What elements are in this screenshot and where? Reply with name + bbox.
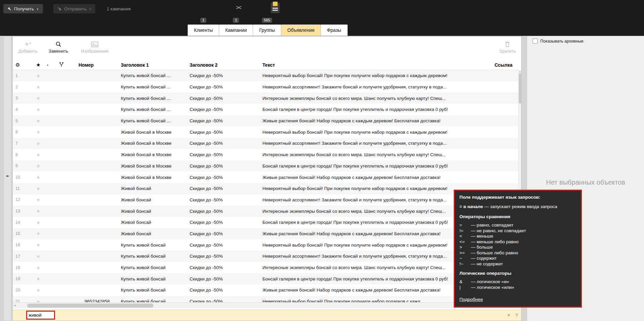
- close-icon[interactable]: ×: [507, 312, 510, 318]
- show-archived-checkbox-row[interactable]: Показывать архивные: [533, 39, 584, 44]
- cell-title2: Скидки до -50%: [190, 231, 262, 236]
- table-row[interactable]: 9★Живой бонсай в МосквеСкидки до -50%Бон…: [13, 160, 519, 172]
- tab-count-badge: 1: [200, 18, 206, 23]
- column-header-number[interactable]: Номер: [73, 62, 121, 68]
- collapse-columns-icon[interactable]: ><: [236, 4, 241, 11]
- delete-button[interactable]: Удалить: [499, 41, 516, 54]
- star-icon[interactable]: ★: [32, 95, 44, 101]
- menu-arrow-icon: ▾: [30, 42, 31, 45]
- table-row[interactable]: 19★Купить живой бонсайСкидки до -50%Бонс…: [13, 273, 519, 284]
- star-icon[interactable]: ★: [32, 242, 44, 248]
- star-icon[interactable]: ★: [32, 73, 44, 78]
- table-row[interactable]: 15★Живой бонсайСкидки до -50%Живые расте…: [13, 228, 519, 240]
- horizontal-scrollbar[interactable]: ◂ ▸: [13, 302, 519, 308]
- star-column-header-icon[interactable]: ★: [32, 62, 44, 67]
- star-icon[interactable]: ★: [32, 220, 44, 225]
- star-icon[interactable]: ★: [32, 141, 44, 146]
- star-icon[interactable]: ★: [32, 287, 44, 293]
- help-icon[interactable]: ?: [515, 313, 518, 318]
- checkbox-icon[interactable]: [533, 39, 538, 44]
- star-icon[interactable]: ★: [32, 107, 44, 112]
- cell-title1: Живой бонсай: [121, 186, 190, 191]
- cell-title1: Купить живой бонсай: [121, 265, 190, 270]
- star-icon[interactable]: ★: [32, 129, 44, 135]
- table-row[interactable]: 2★Купить живой бонсай ...Скидки до -50%Н…: [13, 81, 519, 93]
- row-index: 9: [13, 164, 32, 168]
- send-button[interactable]: Отправить ∨: [53, 4, 95, 13]
- horizontal-scrollbar-thumb[interactable]: [27, 304, 153, 308]
- star-icon[interactable]: ★: [32, 231, 44, 236]
- scroll-left-icon[interactable]: ◂: [14, 304, 16, 307]
- get-button[interactable]: Получить ∨: [3, 4, 43, 13]
- panel-splitter-icon[interactable]: ◂▸: [4, 174, 11, 178]
- annotation-box: [26, 311, 55, 320]
- star-icon[interactable]: ★: [32, 84, 44, 90]
- tab-ads[interactable]: Объявления: [281, 24, 321, 36]
- tab-label: Клиенты: [194, 27, 213, 33]
- table-row[interactable]: 6★Живой бонсай в МосквеСкидки до -50%Нев…: [13, 126, 519, 138]
- images-button[interactable]: Изображения: [81, 41, 108, 54]
- table-header: ⚙ ★ ▲ Номер Заголовок 1 Заголовок 2 Текс…: [13, 60, 519, 70]
- star-icon[interactable]: ★: [32, 175, 44, 180]
- column-header-title2[interactable]: Заголовок 2: [190, 62, 262, 68]
- star-icon[interactable]: ★: [32, 276, 44, 281]
- fork-icon[interactable]: [56, 62, 73, 68]
- operator-description: — меньше: [471, 234, 493, 239]
- search-input[interactable]: [27, 312, 54, 319]
- table-row[interactable]: 17★Купить живой бонсайСкидки до -50%Неве…: [13, 251, 519, 262]
- column-settings-gear-icon[interactable]: ⚙: [13, 62, 32, 68]
- table-row[interactable]: 21★9652342858Купить живой бонсайСкидки д…: [13, 296, 519, 302]
- star-icon[interactable]: ★: [32, 186, 44, 191]
- cell-title2: Скидки до -50%: [190, 186, 262, 191]
- star-icon[interactable]: ★: [32, 197, 44, 202]
- column-header-link[interactable]: Ссылка: [489, 62, 519, 68]
- star-icon[interactable]: ★: [32, 208, 44, 214]
- tab-phrases[interactable]: Фразы: [320, 24, 348, 36]
- operator-description: — меньше либо равно: [471, 239, 518, 245]
- star-icon[interactable]: ★: [32, 118, 44, 124]
- row-index: 6: [13, 130, 32, 134]
- operator-row: <=— меньше либо равно: [459, 239, 576, 245]
- operator-description: — не содержит: [471, 261, 503, 267]
- left-collapsed-panel: ◂▸: [3, 36, 11, 321]
- star-icon[interactable]: ★: [32, 299, 44, 302]
- star-icon[interactable]: ★: [32, 152, 44, 157]
- table-row[interactable]: 13★Живой бонсайСкидки до -50%Интересные …: [13, 205, 519, 217]
- vertical-scrollbar-thumb[interactable]: [519, 73, 521, 104]
- star-icon[interactable]: ★: [32, 163, 44, 169]
- tab-clients[interactable]: 1Клиенты: [188, 24, 219, 36]
- query-help-tooltip: Поле поддерживает язык запросов: = в нач…: [454, 190, 582, 308]
- more-details-link[interactable]: Подробнее: [459, 297, 483, 302]
- table-row[interactable]: 18★Купить живой бонсайСкидки до -50%Инте…: [13, 262, 519, 273]
- star-icon[interactable]: ★: [32, 254, 44, 259]
- column-header-text[interactable]: Текст: [262, 62, 489, 68]
- table-row[interactable]: 10★Живой бонсай в МосквеСкидки до -50%Жи…: [13, 172, 519, 183]
- tab-groups[interactable]: 565Группы: [253, 24, 281, 36]
- table-row[interactable]: 3★Купить живой бонсай ...Скидки до -50%И…: [13, 92, 519, 104]
- operator-description: — больше: [471, 245, 493, 250]
- replace-button[interactable]: Заменить: [49, 41, 68, 54]
- column-header-title1[interactable]: Заголовок 1: [121, 62, 190, 68]
- tab-campaigns[interactable]: 1Кампании: [219, 24, 253, 36]
- media-panel-icon[interactable]: [270, 2, 280, 15]
- table-row[interactable]: 11★Живой бонсайСкидки до -50%Невероятный…: [13, 183, 519, 194]
- cell-title1: Купить живой бонсай ...: [121, 84, 190, 89]
- sort-asc-icon[interactable]: ▲: [44, 63, 56, 66]
- table-row[interactable]: 4★Купить живой бонсай ...Скидки до -50%Б…: [13, 104, 519, 115]
- table-row[interactable]: 14★Живой бонсайСкидки до -50%Бонсай гале…: [13, 217, 519, 228]
- table-row[interactable]: 5★Купить живой бонсай ...Скидки до -50%Ж…: [13, 115, 519, 127]
- add-button[interactable]: + ▾ Добавить: [18, 41, 37, 54]
- star-icon[interactable]: ★: [32, 265, 44, 270]
- table-row[interactable]: 7★Живой бонсай в МосквеСкидки до -50%Нев…: [13, 138, 519, 149]
- table-row[interactable]: 16★Купить живой бонсайСкидки до -50%Неве…: [13, 239, 519, 251]
- table-row[interactable]: 20★Купить живой бонсайСкидки до -50%Живы…: [13, 284, 519, 296]
- show-archived-label: Показывать архивные: [540, 39, 584, 44]
- table-row[interactable]: 12★Живой бонсайСкидки до -50%Невероятный…: [13, 194, 519, 206]
- scroll-up-icon[interactable]: ▴: [518, 70, 522, 73]
- table-row[interactable]: 8★Живой бонсай в МосквеСкидки до -50%Инт…: [13, 149, 519, 160]
- cell-title2: Скидки до -50%: [190, 254, 262, 259]
- table-row[interactable]: 1★Купить живой бонсай ...Скидки до -50%Н…: [13, 70, 519, 81]
- cell-title2: Скидки до -50%: [190, 243, 262, 248]
- logical-operators-heading: Логические операторы: [459, 271, 576, 276]
- operator-row: >— больше: [459, 245, 576, 250]
